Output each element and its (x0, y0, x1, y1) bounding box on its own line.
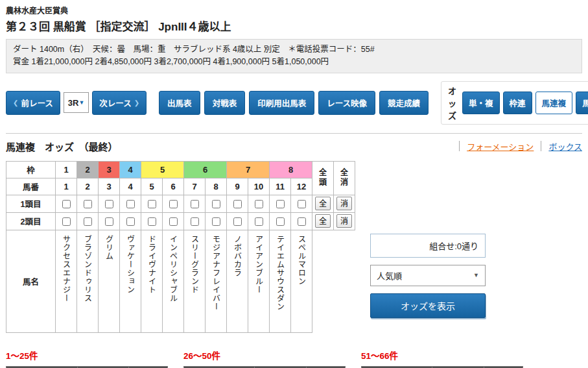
name-row-label: 馬名 (6, 230, 56, 332)
checkbox-cell (77, 212, 99, 230)
result-block: 1〜25件組合せオッズ人気7-114.61 (6, 349, 168, 368)
formation-link[interactable]: フォーメーション (467, 140, 534, 153)
horse-name: グリム (104, 235, 115, 260)
checkbox-cell (227, 195, 248, 212)
horse-2-9-checkbox[interactable] (233, 217, 242, 226)
horse-1-10-checkbox[interactable] (255, 200, 263, 208)
checkbox-cell (291, 212, 312, 230)
chevron-left-icon: ❮ (13, 99, 18, 106)
frame-number-3: 3 (99, 161, 120, 178)
select-row-1-label: 1頭目 (6, 195, 56, 212)
horse-2-11-checkbox[interactable] (276, 217, 285, 226)
horse-2-10-checkbox[interactable] (255, 217, 263, 226)
name-row: 馬名サクセスエナジーブラゾンドゥリスグリムヴァケーションドライヴナイトインペリシ… (6, 230, 355, 332)
horse-1-4-checkbox[interactable] (126, 200, 135, 208)
frame-number-8: 8 (270, 161, 312, 178)
odds-tab-2[interactable]: 馬連複 (535, 92, 573, 114)
divider (6, 133, 582, 134)
clear-all-row2-button[interactable]: 消 (336, 214, 352, 228)
horse-1-3-checkbox[interactable] (105, 200, 113, 208)
clear-cell: 消 (334, 212, 355, 230)
race-prize: 賞金 1着21,000,000円 2着4,850,000円 3着2,700,00… (13, 56, 575, 68)
page-title: 第２３回 黒船賞 ［指定交流］ JpnIII４歳以上 (6, 18, 582, 34)
horse-1-9-checkbox[interactable] (233, 200, 242, 208)
odds-tab-group: オッズ 単・複枠連馬連複馬連単ワイド (441, 81, 588, 125)
page: 農林水産大臣賞典 第２３回 黒船賞 ［指定交流］ JpnIII４歳以上 ダート … (0, 0, 588, 368)
box-link[interactable]: ボックス (548, 140, 582, 153)
horse-name-cell: ドライヴナイト (141, 230, 163, 332)
odds-tab-1[interactable]: 枠連 (503, 92, 532, 114)
horse-2-12-checkbox[interactable] (298, 217, 306, 226)
horse-number-4: 4 (120, 178, 141, 195)
horse-name: スリーグランド (189, 235, 200, 294)
horse-number-2: 2 (77, 178, 99, 195)
horse-name-cell: インペリシャブル (163, 230, 184, 332)
checkbox-cell (56, 212, 77, 230)
odds-tab-3[interactable]: 馬連単 (576, 92, 588, 114)
horse-2-2-checkbox[interactable] (84, 217, 92, 226)
horse-name: ドライヴナイト (147, 235, 158, 294)
race-nav-bar: ❮ 前レース 3R ▼ 次レース ❯ 出馬表対戦表印刷用出馬表レース映像競走成績… (6, 81, 582, 125)
horse-2-4-checkbox[interactable] (126, 217, 135, 226)
horse-1-11-checkbox[interactable] (276, 200, 285, 208)
horse-1-7-checkbox[interactable] (191, 200, 199, 208)
horse-number-9: 9 (227, 178, 248, 195)
checkbox-cell (56, 195, 77, 212)
horse-1-6-checkbox[interactable] (169, 200, 178, 208)
sort-order-value: 人気順 (377, 269, 402, 282)
horse-name: ノボバカラ (232, 235, 243, 277)
race-number-value: 3R (68, 98, 79, 108)
horse-number-1: 1 (56, 178, 77, 195)
checkbox-cell (163, 195, 184, 212)
odds-tab-0[interactable]: 単・複 (462, 92, 500, 114)
horse-1-8-checkbox[interactable] (212, 200, 220, 208)
horse-2-1-checkbox[interactable] (62, 217, 71, 226)
horse-1-2-checkbox[interactable] (84, 200, 92, 208)
race-number-select[interactable]: 3R ▼ (64, 92, 89, 113)
frame-row-label: 枠 (6, 161, 56, 178)
horse-2-3-checkbox[interactable] (105, 217, 113, 226)
chevron-down-icon: ▼ (473, 272, 479, 278)
horse-2-8-checkbox[interactable] (212, 217, 220, 226)
checkbox-cell (120, 212, 141, 230)
show-odds-button[interactable]: オッズを表示 (370, 293, 486, 318)
select-row-1: 1頭目全消 (6, 195, 355, 212)
checkbox-cell (141, 212, 163, 230)
prev-race-button[interactable]: ❮ 前レース (6, 91, 60, 115)
checkbox-cell (206, 212, 227, 230)
all-cell: 全 (312, 195, 334, 212)
clear-cell: 消 (334, 195, 355, 212)
horse-number-10: 10 (248, 178, 270, 195)
horse-number-7: 7 (184, 178, 206, 195)
divider (459, 141, 460, 151)
select-all-row1-button[interactable]: 全 (315, 197, 331, 210)
horse-name-cell: アイアンブルー (248, 230, 270, 332)
frame-number-5: 5 (141, 161, 184, 178)
odds-tabs: 単・複枠連馬連複馬連単ワイド (462, 92, 588, 114)
horse-1-12-checkbox[interactable] (298, 200, 306, 208)
clear-all-row1-button[interactable]: 消 (336, 197, 352, 210)
race-menu-button-2[interactable]: 印刷用出馬表 (249, 91, 314, 115)
horse-name: インペリシャブル (168, 235, 179, 302)
horse-2-7-checkbox[interactable] (191, 217, 199, 226)
section-title: 馬連複 オッズ （最終） (6, 140, 118, 153)
next-race-button[interactable]: 次レース ❯ (92, 91, 147, 115)
sort-order-select[interactable]: 人気順 ▼ (370, 265, 486, 286)
race-menu-button-1[interactable]: 対戦表 (204, 91, 246, 115)
horse-2-6-checkbox[interactable] (169, 217, 178, 226)
horse-number-12: 12 (291, 178, 312, 195)
select-all-row2-button[interactable]: 全 (315, 214, 331, 228)
horse-1-1-checkbox[interactable] (62, 200, 71, 208)
result-range-label: 1〜25件 (6, 349, 168, 362)
race-menu-button-0[interactable]: 出馬表 (159, 91, 200, 115)
result-block: 26〜50件組合せオッズ人気3-6337.026 (183, 349, 346, 368)
horse-number-5: 5 (141, 178, 163, 195)
race-grade-title: 農林水産大臣賞典 (6, 5, 582, 16)
frame-number-4: 4 (120, 161, 141, 178)
horse-name: スペルマロン (296, 235, 307, 286)
result-range-label: 26〜50件 (183, 349, 346, 362)
race-menu-button-3[interactable]: レース映像 (318, 91, 375, 115)
horse-2-5-checkbox[interactable] (148, 217, 156, 226)
race-menu-button-4[interactable]: 競走成績 (379, 91, 429, 115)
horse-1-5-checkbox[interactable] (148, 200, 156, 208)
